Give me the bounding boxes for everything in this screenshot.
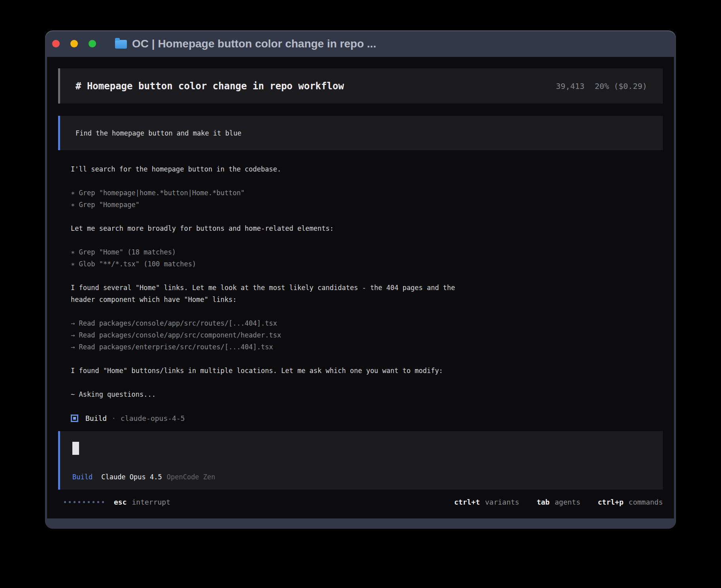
separator-dot: · <box>111 414 116 422</box>
assistant-text: I'll search for the homepage button in t… <box>71 163 663 175</box>
key-ctrl-t: ctrl+t <box>454 498 480 506</box>
tool-call-line: ∗ Glob "**/*.tsx" (100 matches) <box>71 258 663 270</box>
minimize-button[interactable] <box>70 40 78 47</box>
agent-mode-label: Build <box>72 473 92 481</box>
session-title: # Homepage button color change in repo w… <box>75 81 344 92</box>
provider-label: OpenCode Zen <box>167 473 215 481</box>
session-stats: 39,413 20% ($0.29) <box>556 81 647 91</box>
terminal-window: OC | Homepage button color change in rep… <box>45 30 676 529</box>
hint-agents: tab agents <box>537 498 581 506</box>
key-ctrl-p: ctrl+p <box>598 498 623 506</box>
tool-call-line: → Read packages/console/app/src/componen… <box>71 329 663 341</box>
assistant-activity: ~ Asking questions... <box>71 388 663 400</box>
text-cursor <box>72 442 79 455</box>
agent-name: Build <box>85 414 107 422</box>
close-button[interactable] <box>52 40 60 47</box>
assistant-text: I found several "Home" links. Let me loo… <box>71 282 663 305</box>
assistant-text: I found "Home" buttons/links in multiple… <box>71 365 663 377</box>
tool-call-group: ∗ Grep "Home" (18 matches) ∗ Glob "**/*.… <box>71 246 663 270</box>
tool-call-line: → Read packages/enterprise/src/routes/[.… <box>71 341 663 353</box>
session-header: # Homepage button color change in repo w… <box>58 68 663 104</box>
agent-model: claude-opus-4-5 <box>121 414 185 422</box>
message-input[interactable]: Build Claude Opus 4.5 OpenCode Zen <box>58 431 663 490</box>
titlebar[interactable]: OC | Homepage button color change in rep… <box>45 30 676 57</box>
window-title: OC | Homepage button color change in rep… <box>132 38 376 50</box>
traffic-lights <box>49 40 96 47</box>
token-count: 39,413 <box>556 81 584 91</box>
hint-interrupt: esc interrupt <box>114 498 170 506</box>
tool-call-line: ∗ Grep "Homepage" <box>71 199 663 211</box>
zoom-button[interactable] <box>89 40 96 47</box>
assistant-text: Let me search more broadly for buttons a… <box>71 222 663 234</box>
folder-icon <box>115 40 127 49</box>
spinner-dots <box>64 501 104 503</box>
input-footer: Build Claude Opus 4.5 OpenCode Zen <box>72 473 649 481</box>
tool-call-group: ∗ Grep "homepage|home.*button|Home.*butt… <box>71 187 663 211</box>
context-cost: 20% ($0.29) <box>595 81 647 91</box>
tool-call-group: → Read packages/console/app/src/routes/[… <box>71 317 663 353</box>
status-bar: esc interrupt ctrl+t variants tab agents… <box>58 496 663 508</box>
key-esc: esc <box>114 498 127 506</box>
model-name-label: Claude Opus 4.5 <box>101 473 162 481</box>
hints-right: ctrl+t variants tab agents ctrl+p comman… <box>454 498 663 506</box>
user-message: Find the homepage button and make it blu… <box>58 116 663 150</box>
hint-variants: ctrl+t variants <box>454 498 519 506</box>
tool-call-line: → Read packages/console/app/src/routes/[… <box>71 317 663 329</box>
user-message-text: Find the homepage button and make it blu… <box>75 129 242 137</box>
agent-build-icon <box>71 415 78 422</box>
key-tab: tab <box>537 498 550 506</box>
terminal-content: # Homepage button color change in repo w… <box>47 57 674 518</box>
tool-call-line: ∗ Grep "homepage|home.*button|Home.*butt… <box>71 187 663 199</box>
agent-status-line: Build · claude-opus-4-5 <box>71 412 663 424</box>
tool-call-line: ∗ Grep "Home" (18 matches) <box>71 246 663 258</box>
hint-commands: ctrl+p commands <box>598 498 663 506</box>
